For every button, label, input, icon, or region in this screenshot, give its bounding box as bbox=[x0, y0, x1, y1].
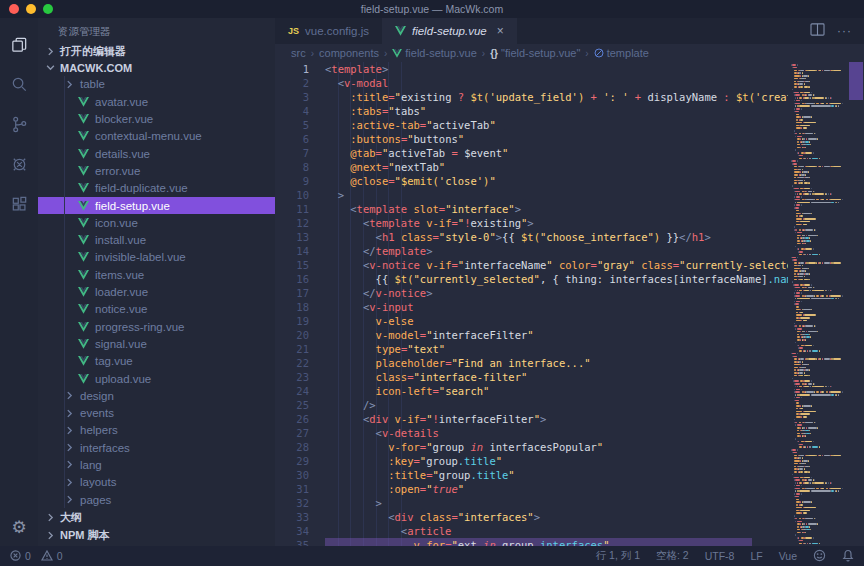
editor-scrollbar[interactable] bbox=[848, 62, 864, 546]
notifications-bell-icon[interactable] bbox=[842, 549, 854, 564]
code-line-20[interactable]: 20 v-model="interfaceFilter" bbox=[275, 328, 788, 342]
tree-item-progress-ring.vue[interactable]: progress-ring.vue bbox=[38, 318, 275, 335]
code-line-1[interactable]: 1<template> bbox=[275, 62, 788, 76]
tree-item-design[interactable]: design bbox=[38, 387, 275, 404]
tree-item-helpers[interactable]: helpers bbox=[38, 422, 275, 439]
maximize-window-button[interactable] bbox=[43, 4, 53, 14]
problems-errors[interactable]: 0 bbox=[10, 550, 31, 563]
tree-item-invisible-label.vue[interactable]: invisible-label.vue bbox=[38, 249, 275, 266]
problems-warnings[interactable]: 0 bbox=[41, 550, 63, 563]
more-actions-icon[interactable]: ··· bbox=[837, 24, 852, 38]
code-line-8[interactable]: 8 @next="nextTab" bbox=[275, 160, 788, 174]
status-item[interactable]: LF bbox=[750, 550, 762, 562]
code-line-7[interactable]: 7 @tab="activeTab = $event" bbox=[275, 146, 788, 160]
minimap-mark bbox=[800, 455, 804, 457]
code-line-19[interactable]: 19 v-else bbox=[275, 314, 788, 328]
tree-item-pages[interactable]: pages bbox=[38, 491, 275, 508]
tree-item-details.vue[interactable]: details.vue bbox=[38, 145, 275, 162]
code-line-9[interactable]: 9 @close="$emit('close')" bbox=[275, 174, 788, 188]
code-line-32[interactable]: 32 > bbox=[275, 496, 788, 510]
close-tab-icon[interactable]: × bbox=[497, 24, 504, 38]
code-line-5[interactable]: 5 :active-tab="activeTab" bbox=[275, 118, 788, 132]
tree-item-error.vue[interactable]: error.vue bbox=[38, 162, 275, 179]
explorer-icon[interactable] bbox=[0, 24, 38, 64]
tree-item-loader.vue[interactable]: loader.vue bbox=[38, 283, 275, 300]
tree-item-notice.vue[interactable]: notice.vue bbox=[38, 301, 275, 318]
minimap-mark bbox=[808, 460, 809, 462]
panel-大纲[interactable]: 大纲 bbox=[38, 508, 275, 526]
tree-item-contextual-menu.vue[interactable]: contextual-menu.vue bbox=[38, 128, 275, 145]
code-line-17[interactable]: 17 </v-notice> bbox=[275, 286, 788, 300]
tree-item-events[interactable]: events bbox=[38, 404, 275, 421]
tree-item-field-setup.vue[interactable]: field-setup.vue bbox=[38, 197, 275, 214]
status-item[interactable]: Vue bbox=[779, 550, 797, 562]
status-item[interactable]: 行 1, 列 1 bbox=[596, 549, 640, 563]
code-line-13[interactable]: 13 <h1 class="style-0">{{ $t("choose_int… bbox=[275, 230, 788, 244]
tree-item-interfaces[interactable]: interfaces bbox=[38, 439, 275, 456]
tree-item-items.vue[interactable]: items.vue bbox=[38, 266, 275, 283]
breadcrumb-item-2[interactable]: components bbox=[319, 47, 379, 59]
tab-vue.config.js[interactable]: JSvue.config.js bbox=[275, 18, 382, 44]
code-line-23[interactable]: 23 class="interface-filter" bbox=[275, 370, 788, 384]
code-line-34[interactable]: 34 <article bbox=[275, 524, 788, 538]
code-line-22[interactable]: 22 placeholder="Find an interface..." bbox=[275, 356, 788, 370]
code-line-24[interactable]: 24 icon-left="search" bbox=[275, 384, 788, 398]
code-line-11[interactable]: 11 <template slot="interface"> bbox=[275, 202, 788, 216]
code-line-6[interactable]: 6 :buttons="buttons" bbox=[275, 132, 788, 146]
minimap[interactable] bbox=[788, 62, 848, 546]
breadcrumb-item-3[interactable]: field-setup.vue bbox=[392, 47, 477, 59]
code-line-33[interactable]: 33 <div class="interfaces"> bbox=[275, 510, 788, 524]
code-line-30[interactable]: 30 :title="group.title" bbox=[275, 468, 788, 482]
close-window-button[interactable] bbox=[9, 4, 19, 14]
split-editor-icon[interactable] bbox=[810, 22, 825, 40]
code-line-4[interactable]: 4 :tabs="tabs" bbox=[275, 104, 788, 118]
code-line-10[interactable]: 10 > bbox=[275, 188, 788, 202]
settings-gear-icon[interactable]: ⚙ bbox=[11, 517, 26, 538]
code-line-3[interactable]: 3 :title="existing ? $t('update_field') … bbox=[275, 90, 788, 104]
tree-item-icon.vue[interactable]: icon.vue bbox=[38, 214, 275, 231]
feedback-smiley-icon[interactable] bbox=[813, 549, 826, 564]
code-line-26[interactable]: 26 <div v-if="!interfaceFilter"> bbox=[275, 412, 788, 426]
status-item[interactable]: 空格: 2 bbox=[656, 549, 689, 563]
tree-item-upload.vue[interactable]: upload.vue bbox=[38, 370, 275, 387]
code-line-14[interactable]: 14 </template> bbox=[275, 244, 788, 258]
code-line-12[interactable]: 12 <template v-if="!existing"> bbox=[275, 216, 788, 230]
code-line-21[interactable]: 21 type="text" bbox=[275, 342, 788, 356]
tree-item-signal.vue[interactable]: signal.vue bbox=[38, 335, 275, 352]
breadcrumb-item-1[interactable]: src bbox=[291, 47, 306, 59]
tree-item-avatar.vue[interactable]: avatar.vue bbox=[38, 93, 275, 110]
tree-item-lang[interactable]: lang bbox=[38, 456, 275, 473]
code-line-28[interactable]: 28 v-for="group in interfacesPopular" bbox=[275, 440, 788, 454]
breadcrumb-item-5[interactable]: template bbox=[594, 47, 649, 59]
status-item[interactable]: UTF-8 bbox=[705, 550, 735, 562]
minimap-mark bbox=[805, 273, 808, 275]
minimize-window-button[interactable] bbox=[26, 4, 36, 14]
code-editor[interactable]: 1<template>2 <v-modal3 :title="existing … bbox=[275, 62, 864, 546]
tree-item-field-duplicate.vue[interactable]: field-duplicate.vue bbox=[38, 180, 275, 197]
tree-item-tag.vue[interactable]: tag.vue bbox=[38, 353, 275, 370]
code-line-27[interactable]: 27 <v-details bbox=[275, 426, 788, 440]
panel-NPM 脚本[interactable]: NPM 脚本 bbox=[38, 526, 275, 544]
code-line-31[interactable]: 31 :open="true" bbox=[275, 482, 788, 496]
open-editors-section[interactable]: 打开的编辑器 bbox=[38, 44, 275, 60]
tree-item-install.vue[interactable]: install.vue bbox=[38, 231, 275, 248]
tab-field-setup.vue[interactable]: field-setup.vue× bbox=[382, 18, 517, 44]
code-line-35[interactable]: 35 v-for="ext in group.interfaces" bbox=[275, 538, 788, 546]
search-icon[interactable] bbox=[0, 64, 38, 104]
code-line-18[interactable]: 18 <v-input bbox=[275, 300, 788, 314]
minimap-mark bbox=[804, 372, 805, 374]
code-line-25[interactable]: 25 /> bbox=[275, 398, 788, 412]
project-root-section[interactable]: MACWK.COM bbox=[38, 60, 275, 76]
code-line-15[interactable]: 15 <v-notice v-if="interfaceName" color=… bbox=[275, 258, 788, 272]
code-line-16[interactable]: 16 {{ $t("currently_selected", { thing: … bbox=[275, 272, 788, 286]
extensions-icon[interactable] bbox=[0, 184, 38, 224]
tree-item-blocker.vue[interactable]: blocker.vue bbox=[38, 110, 275, 127]
tree-item-layouts[interactable]: layouts bbox=[38, 474, 275, 491]
code-line-2[interactable]: 2 <v-modal bbox=[275, 76, 788, 90]
breadcrumb-item-4[interactable]: {}"field-setup.vue" bbox=[490, 47, 580, 59]
scrollbar-thumb[interactable] bbox=[849, 62, 863, 100]
tree-item-table[interactable]: table bbox=[38, 76, 275, 93]
debug-icon[interactable] bbox=[0, 144, 38, 184]
code-line-29[interactable]: 29 :key="group.title" bbox=[275, 454, 788, 468]
source-control-icon[interactable] bbox=[0, 104, 38, 144]
